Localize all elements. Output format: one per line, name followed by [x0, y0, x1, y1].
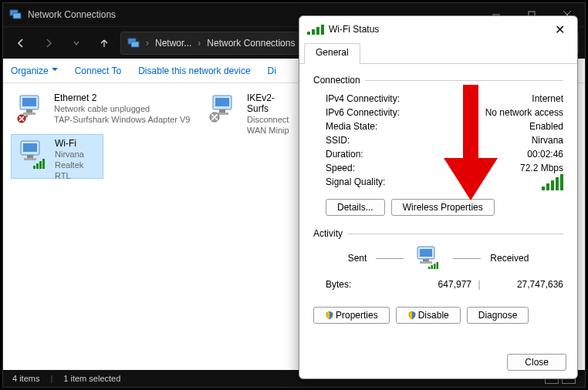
connection-status: Disconnect [247, 114, 292, 125]
diagnose-button[interactable]: Diagnose [467, 307, 529, 324]
svg-rect-16 [215, 98, 229, 106]
svg-rect-43 [434, 264, 436, 269]
ssid-label: SSID: [326, 135, 350, 146]
disable-button[interactable]: Disable [396, 307, 461, 324]
diagnose-button-truncated[interactable]: Di [268, 66, 276, 76]
svg-rect-39 [423, 259, 429, 261]
wifi-status-dialog: Wi-Fi Status ✕ General Connection IPv4 C… [299, 15, 578, 379]
dialog-titlebar: Wi-Fi Status ✕ [299, 16, 577, 42]
svg-rect-34 [36, 163, 39, 169]
ipv4-value: Internet [532, 93, 563, 104]
svg-rect-33 [33, 166, 35, 169]
svg-rect-36 [42, 159, 45, 169]
ipv6-label: IPv6 Connectivity: [326, 107, 400, 118]
speed-label: Speed: [326, 163, 355, 173]
ssid-value: Nirvana [532, 135, 563, 146]
connection-item-ethernet2[interactable]: Ethernet 2 Network cable unplugged TAP-S… [11, 89, 204, 134]
vpn-icon [208, 92, 241, 125]
close-button[interactable]: Close [507, 354, 566, 371]
activity-computer-icon [413, 245, 444, 271]
ethernet-icon [15, 92, 48, 125]
forward-button[interactable] [37, 32, 60, 55]
disable-device-button[interactable]: Disable this network device [138, 66, 250, 76]
up-button[interactable] [93, 32, 116, 55]
svg-rect-7 [131, 42, 139, 47]
sent-label: Sent [348, 253, 367, 264]
organize-menu[interactable]: Organize [11, 66, 58, 76]
network-connections-icon [9, 8, 22, 21]
close-dialog-button[interactable]: ✕ [550, 21, 569, 39]
breadcrumb-part[interactable]: Network Connections [207, 38, 295, 49]
status-selected-count: 1 item selected [63, 374, 120, 383]
wireless-properties-button[interactable]: Wireless Properties [391, 199, 495, 216]
dialog-body: Connection IPv4 Connectivity:Internet IP… [299, 64, 577, 346]
connection-adapter: TAP-Surfshark Windows Adapter V9 [54, 114, 190, 125]
signal-quality-bars [542, 177, 563, 190]
svg-rect-40 [420, 261, 432, 264]
breadcrumb-sep-icon: › [198, 38, 201, 49]
connection-ssid: Nirvana [55, 149, 98, 160]
network-connections-icon [127, 37, 140, 49]
connect-to-button[interactable]: Connect To [75, 66, 122, 76]
breadcrumb-part[interactable]: Networ... [155, 38, 191, 49]
dialog-tabs: General [299, 42, 577, 64]
tab-general[interactable]: General [304, 43, 360, 64]
speed-value: 72.2 Mbps [520, 163, 563, 173]
svg-rect-38 [420, 249, 432, 257]
connection-section-label: Connection [313, 75, 360, 86]
svg-rect-41 [428, 267, 431, 269]
dialog-title: Wi-Fi Status [329, 24, 550, 35]
connection-item-ikev2[interactable]: IKEv2-Surfs Disconnect WAN Minip [204, 89, 296, 134]
connection-name: Ethernet 2 [54, 92, 190, 103]
svg-rect-11 [23, 113, 35, 115]
duration-value: 00:02:46 [527, 149, 563, 160]
svg-rect-10 [26, 109, 32, 113]
connection-adapter: WAN Minip [247, 125, 292, 136]
signal-quality-label: Signal Quality: [326, 177, 385, 193]
svg-rect-9 [22, 98, 36, 106]
properties-button[interactable]: Properties [313, 307, 390, 324]
wifi-icon [16, 138, 49, 170]
svg-rect-42 [431, 265, 434, 269]
divider: | [50, 374, 52, 383]
bytes-sent-value: 647,977 [395, 279, 471, 290]
connection-name: Wi-Fi [55, 138, 98, 149]
connection-status: Network cable unplugged [54, 103, 190, 114]
ipv6-value: No network access [485, 107, 563, 118]
received-label: Received [490, 253, 529, 264]
svg-rect-32 [24, 158, 36, 160]
duration-label: Duration: [326, 149, 363, 160]
svg-rect-1 [13, 13, 21, 18]
details-button[interactable]: Details... [326, 199, 385, 216]
signal-icon [307, 24, 324, 35]
media-state-label: Media State: [326, 121, 377, 132]
media-state-value: Enabled [529, 121, 563, 132]
connection-adapter: Realtek RTL [55, 160, 98, 181]
connection-name: IKEv2-Surfs [247, 92, 292, 114]
recent-dropdown[interactable] [65, 32, 88, 55]
shield-icon [325, 311, 334, 320]
activity-section-label: Activity [313, 228, 343, 239]
breadcrumb-sep-icon: › [146, 38, 149, 49]
back-button[interactable] [9, 32, 32, 55]
status-item-count: 4 items [12, 374, 39, 383]
svg-rect-17 [219, 109, 225, 113]
activity-diagram: Sent Received [313, 245, 563, 271]
ipv4-label: IPv4 Connectivity: [326, 93, 400, 104]
shield-icon [407, 311, 417, 320]
svg-rect-31 [27, 155, 33, 158]
bytes-received-value: 27,747,636 [487, 279, 563, 290]
svg-rect-44 [437, 262, 439, 269]
bytes-label: Bytes: [326, 279, 395, 290]
svg-rect-35 [39, 161, 42, 169]
connection-item-wifi[interactable]: Wi-Fi Nirvana Realtek RTL [11, 134, 103, 179]
svg-rect-30 [23, 143, 37, 152]
